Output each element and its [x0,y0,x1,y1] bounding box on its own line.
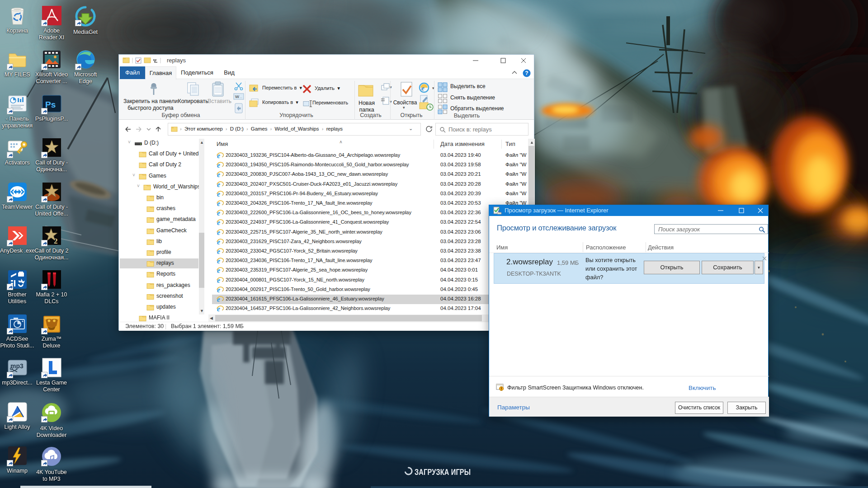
svg-text:2: 2 [54,237,58,245]
svg-text:e: e [421,84,425,92]
svg-text:W: W [235,94,239,99]
svg-text:...: ... [239,95,242,99]
svg-text:?: ? [525,70,528,76]
